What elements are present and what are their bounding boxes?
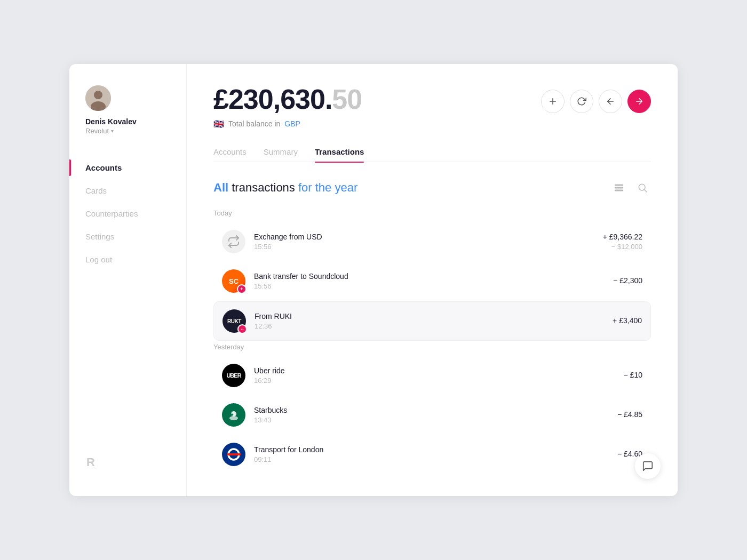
tx-amount-primary-ruki: + £3,400 (613, 316, 642, 325)
tab-accounts[interactable]: Accounts (213, 142, 247, 162)
refresh-button[interactable] (570, 90, 593, 113)
tx-all-label[interactable]: All (213, 181, 228, 194)
tx-period-label[interactable]: for the year (298, 181, 357, 194)
main-content: £230,630.50 🇬🇧 Total balance in GBP (187, 64, 678, 496)
section-label-today: Today (213, 209, 651, 217)
sidebar: Denis Kovalev Revolut ▾ AccountsCardsCou… (69, 64, 187, 496)
balance-section: £230,630.50 🇬🇧 Total balance in GBP (213, 85, 362, 129)
header-row: £230,630.50 🇬🇧 Total balance in GBP (213, 85, 651, 129)
transaction-item-starbucks[interactable]: ★Starbucks13:43− £4.85 (213, 396, 651, 434)
tx-amount-primary-exchange-usd: + £9,366.22 (603, 233, 642, 241)
sidebar-item-cards[interactable]: Cards (69, 179, 186, 202)
balance-whole: £230,630. (213, 84, 332, 115)
tx-middle-label: transactions (228, 181, 298, 194)
user-section: Denis Kovalev Revolut ▾ (69, 85, 186, 156)
tab-summary[interactable]: Summary (264, 142, 298, 162)
section-label-yesterday: Yesterday (213, 343, 651, 351)
forward-button[interactable] (627, 90, 651, 113)
tx-info-ruki: From RUKI12:36 (255, 312, 613, 330)
tx-info-soundcloud: Bank transfer to Soundcloud15:56 (254, 272, 613, 290)
svg-rect-9 (615, 187, 623, 188)
list-view-button[interactable] (610, 179, 627, 196)
refresh-icon (577, 97, 586, 106)
tx-logo-soundcloud: SC+ (222, 269, 245, 293)
sidebar-bottom: R (69, 454, 186, 480)
tx-time-ruki: 12:36 (255, 322, 613, 330)
tx-amount-primary-uber: − £10 (624, 371, 642, 379)
chat-button[interactable] (635, 453, 661, 479)
svg-rect-10 (615, 190, 623, 191)
search-button[interactable] (634, 179, 651, 196)
tx-amounts-ruki: + £3,400 (613, 316, 642, 326)
tx-amount-primary-soundcloud: − £2,300 (613, 276, 642, 285)
tx-amounts-uber: − £10 (624, 371, 642, 381)
user-brand[interactable]: Revolut ▾ (85, 127, 170, 135)
tx-time-tfl: 09:11 (254, 455, 617, 463)
sidebar-nav: AccountsCardsCounterpartiesSettingsLog o… (69, 156, 186, 454)
sidebar-item-settings[interactable]: Settings (69, 225, 186, 248)
tx-amount-secondary-exchange-usd: − $12,000 (603, 243, 642, 251)
sidebar-item-accounts[interactable]: Accounts (69, 156, 186, 179)
sidebar-item-counterparties[interactable]: Counterparties (69, 202, 186, 225)
tx-time-soundcloud: 15:56 (254, 282, 613, 290)
arrow-right-icon (634, 97, 644, 106)
balance-display: £230,630.50 (213, 85, 362, 113)
svg-text:★: ★ (230, 412, 234, 417)
app-card: Denis Kovalev Revolut ▾ AccountsCardsCou… (69, 64, 678, 496)
tx-amounts-starbucks: − £4.85 (617, 410, 642, 420)
transaction-item-ruki[interactable]: RUKT←From RUKI12:36+ £3,400 (213, 301, 651, 341)
tx-logo-exchange-usd (222, 230, 245, 253)
tx-logo-ruki: RUKT← (222, 309, 246, 333)
tx-info-exchange-usd: Exchange from USD15:56 (254, 233, 603, 251)
flag-icon: 🇬🇧 (213, 118, 224, 129)
tx-amounts-soundcloud: − £2,300 (613, 276, 642, 286)
chat-icon (642, 460, 654, 472)
tx-time-exchange-usd: 15:56 (254, 243, 603, 251)
transactions-list: TodayExchange from USD15:56+ £9,366.22− … (213, 209, 651, 474)
tab-transactions[interactable]: Transactions (315, 142, 364, 162)
tx-name-soundcloud: Bank transfer to Soundcloud (254, 272, 613, 281)
balance-subtitle-pre: Total balance in (228, 119, 280, 128)
back-button[interactable] (599, 90, 622, 113)
sidebar-item-log-out[interactable]: Log out (69, 248, 186, 271)
balance-decimal: 50 (332, 84, 362, 115)
tx-time-starbucks: 13:43 (254, 416, 617, 424)
tx-name-uber: Uber ride (254, 366, 624, 375)
tx-info-tfl: Transport for London09:11 (254, 445, 617, 463)
tx-logo-tfl (222, 443, 245, 466)
tx-time-uber: 16:29 (254, 377, 624, 385)
revolut-logo-icon: R (85, 454, 100, 469)
tx-amounts-exchange-usd: + £9,366.22− $12,000 (603, 233, 642, 251)
svg-line-12 (645, 190, 647, 193)
tx-logo-uber: UBER (222, 364, 245, 387)
svg-point-1 (94, 91, 102, 99)
user-name: Denis Kovalev (85, 117, 170, 126)
tx-name-ruki: From RUKI (255, 312, 613, 321)
tx-logo-starbucks: ★ (222, 403, 245, 427)
tx-info-uber: Uber ride16:29 (254, 366, 624, 385)
transaction-item-exchange-usd[interactable]: Exchange from USD15:56+ £9,366.22− $12,0… (213, 222, 651, 261)
add-button[interactable] (541, 90, 565, 113)
transactions-title: All transactions for the year (213, 181, 357, 195)
svg-rect-19 (227, 453, 241, 455)
chevron-down-icon: ▾ (111, 128, 114, 134)
tx-name-exchange-usd: Exchange from USD (254, 233, 603, 241)
currency-link[interactable]: GBP (284, 119, 300, 128)
transaction-item-uber[interactable]: UBERUber ride16:29− £10 (213, 356, 651, 395)
tabs-row: AccountsSummaryTransactions (213, 142, 651, 162)
balance-subtitle: 🇬🇧 Total balance in GBP (213, 118, 362, 129)
tx-name-starbucks: Starbucks (254, 406, 617, 414)
header-actions (541, 90, 651, 113)
tx-amount-primary-starbucks: − £4.85 (617, 410, 642, 419)
transaction-item-soundcloud[interactable]: SC+Bank transfer to Soundcloud15:56− £2,… (213, 262, 651, 300)
transaction-item-tfl[interactable]: Transport for London09:11− £4.60 (213, 435, 651, 474)
svg-rect-8 (615, 185, 623, 186)
transactions-filter-icons (610, 179, 651, 196)
avatar (85, 85, 111, 111)
svg-text:R: R (86, 455, 95, 469)
plus-icon (548, 97, 558, 106)
tx-name-tfl: Transport for London (254, 445, 617, 454)
arrow-left-icon (606, 97, 615, 106)
transactions-header: All transactions for the year (213, 179, 651, 196)
tx-info-starbucks: Starbucks13:43 (254, 406, 617, 424)
